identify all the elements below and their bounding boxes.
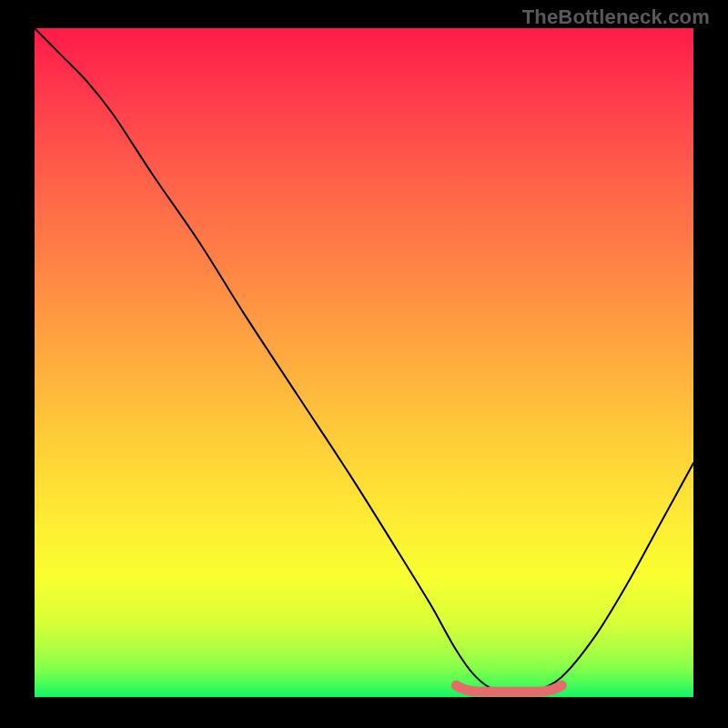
chart-container: TheBottleneck.com bbox=[0, 0, 728, 728]
bottleneck-chart bbox=[0, 0, 728, 728]
watermark-text: TheBottleneck.com bbox=[522, 5, 710, 29]
gradient-background bbox=[35, 28, 693, 697]
